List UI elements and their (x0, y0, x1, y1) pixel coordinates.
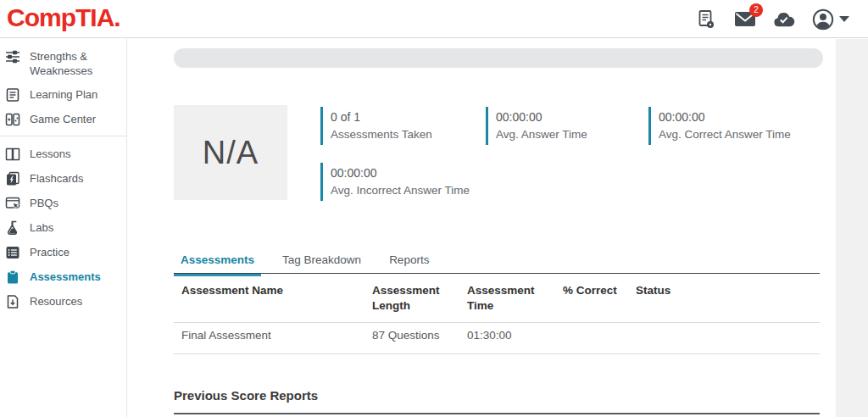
flask-icon (5, 220, 22, 236)
cell-percent-correct (563, 328, 636, 343)
column-header-status: Status (636, 283, 820, 314)
clipboard-icon (5, 270, 22, 285)
previous-score-reports-underline (174, 413, 820, 414)
page-gutter (836, 39, 868, 417)
stat-assessments-taken: 0 of 1 Assessments Taken (320, 107, 432, 145)
download-document-icon (5, 294, 22, 309)
stat-label: Assessments Taken (331, 125, 432, 143)
tab-bar-underline (174, 273, 820, 274)
sidebar-item-label: Strengths & Weaknesses (30, 48, 121, 78)
sidebar-item-label: Resources (30, 293, 82, 309)
sidebar-item-strengths-weaknesses[interactable]: Strengths & Weaknesses (0, 44, 126, 82)
mail-badge: 2 (749, 3, 763, 17)
sidebar-item-lessons[interactable]: Lessons (0, 142, 126, 166)
stat-avg-correct-answer-time: 00:00:00 Avg. Correct Answer Time (648, 107, 791, 145)
stat-label: Avg. Answer Time (496, 125, 587, 143)
sidebar-item-label: Lessons (30, 146, 70, 161)
cloud-sync-icon[interactable] (773, 8, 795, 31)
account-menu[interactable] (812, 8, 849, 31)
main-content: N/A 0 of 1 Assessments Taken 00:00:00 Av… (128, 39, 836, 417)
comptia-logo: CompTIA. (7, 3, 120, 32)
cell-assessment-length: 87 Questions (372, 328, 467, 343)
score-na-box: N/A (174, 105, 287, 200)
cell-assessment-name: Final Assessment (174, 328, 372, 343)
game-controller-icon (5, 112, 22, 127)
stat-avg-answer-time: 00:00:00 Avg. Answer Time (486, 107, 587, 145)
sidebar-item-label: PBQs (30, 195, 58, 210)
open-book-icon (5, 147, 22, 162)
sidebar-item-game-center[interactable]: Game Center (0, 107, 126, 131)
column-header-assessment-time: Assessment Time (467, 283, 563, 314)
sidebar-item-label: Assessments (30, 269, 101, 284)
stat-label: Avg. Incorrect Answer Time (331, 181, 470, 199)
sliders-icon (5, 49, 22, 64)
table-row[interactable]: Final Assessment 87 Questions 01:30:00 (174, 328, 820, 343)
sidebar-item-label: Labs (30, 220, 53, 235)
sidebar-divider (0, 136, 126, 136)
stat-value: 00:00:00 (659, 108, 791, 125)
checklist-icon (5, 245, 22, 260)
column-header-assessment-name: Assessment Name (174, 283, 372, 314)
sidebar-item-pbqs[interactable]: PBQs (0, 191, 126, 215)
sidebar-item-learning-plan[interactable]: Learning Plan (0, 82, 126, 107)
sidebar-nav: Strengths & Weaknesses Learning Plan (0, 39, 127, 417)
app-root: CompTIA. 2 (0, 0, 868, 417)
sidebar-item-assessments[interactable]: Assessments (0, 264, 126, 289)
table-header-row: Assessment Name Assessment Length Assess… (174, 283, 820, 314)
sidebar-item-flashcards[interactable]: Flashcards (0, 166, 126, 191)
sidebar-item-label: Flashcards (30, 170, 84, 186)
sidebar-item-labs[interactable]: Labs (0, 215, 126, 240)
sidebar-item-label: Learning Plan (30, 86, 97, 102)
score-report-icon[interactable] (695, 8, 717, 31)
caret-down-icon (839, 16, 849, 23)
browser-cursor-icon (5, 196, 22, 211)
stat-value: 0 of 1 (331, 108, 432, 125)
previous-score-reports-title: Previous Score Reports (174, 388, 318, 403)
sidebar-item-practice[interactable]: Practice (0, 240, 126, 264)
stat-avg-incorrect-answer-time: 00:00:00 Avg. Incorrect Answer Time (320, 163, 470, 201)
stat-label: Avg. Correct Answer Time (659, 125, 791, 143)
header-icon-group: 2 (695, 0, 849, 38)
column-header-percent-correct: % Correct (563, 283, 636, 314)
progress-bar (174, 48, 823, 68)
document-lines-icon (5, 87, 22, 103)
column-header-assessment-length: Assessment Length (372, 283, 467, 314)
avatar-icon (812, 8, 834, 31)
stat-value: 00:00:00 (496, 108, 587, 125)
sidebar-item-label: Game Center (30, 111, 96, 126)
cell-status (636, 328, 820, 343)
table-divider (174, 353, 820, 354)
score-na-label: N/A (203, 135, 259, 171)
flashcards-icon (5, 171, 22, 186)
top-header: CompTIA. 2 (0, 0, 868, 38)
cell-assessment-time: 01:30:00 (467, 328, 563, 343)
sidebar-item-resources[interactable]: Resources (0, 289, 126, 314)
stat-value: 00:00:00 (331, 164, 470, 181)
table-divider (174, 322, 820, 323)
sidebar-item-label: Practice (30, 244, 70, 259)
mail-icon[interactable]: 2 (734, 8, 756, 31)
